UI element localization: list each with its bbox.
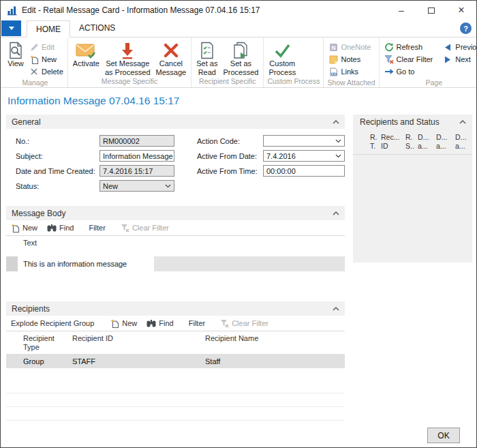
new-button[interactable]: New [27,53,65,65]
refresh-label: Refresh [397,43,423,51]
mb-clear-filter-label: Clear Filter [132,224,169,232]
group-label-manage: Manage [5,78,65,89]
fb-col-date-1[interactable]: D...a... [418,133,436,151]
rec-new-label: New [122,319,137,327]
column-header-recipient-id[interactable]: Recipient ID [72,334,205,352]
fb-col-date-3[interactable]: D...a... [455,133,472,151]
clear-filter-label: Clear Filter [397,55,433,63]
chevron-down-icon[interactable] [335,139,341,143]
recipient-type-cell[interactable]: Group [23,357,72,365]
fb-col-recipient-id[interactable]: Rec...ID [381,133,405,151]
edit-button[interactable]: Edit [27,41,65,53]
previous-button[interactable]: Previous [440,41,477,53]
goto-button[interactable]: Go to [382,65,435,78]
subject-field[interactable]: Information Message [99,150,174,162]
help-icon: ? [463,25,468,33]
active-from-date-value: 7.4.2016 [266,152,296,160]
cancel-label-line2: Message [156,68,187,76]
collapse-chevron-icon[interactable] [459,120,466,124]
page-title: Information Message 07.04.16 15:17 [7,95,179,107]
refresh-button[interactable]: Refresh [382,41,435,53]
custom-process-button[interactable]: CustomProcess [266,39,298,76]
collapse-chevron-icon[interactable] [333,307,339,311]
previous-triangle-icon [442,42,453,52]
recipients-empty-rows [6,380,345,421]
status-combobox[interactable]: New [99,180,174,192]
general-header[interactable]: General [6,115,345,129]
view-label: View [7,59,24,68]
links-button[interactable]: Links [326,65,373,78]
created-field[interactable]: 7.4.2016 15:17 [99,165,174,177]
column-header-text[interactable]: Text [6,239,345,248]
set-as-read-button[interactable]: Set asRead [194,39,220,76]
new-document-icon [29,55,40,64]
column-header-recipient-name[interactable]: Recipient Name [205,334,345,352]
edit-label: Edit [42,43,55,51]
factbox-header[interactable]: Recipients and Status [353,115,472,130]
rec-filter-button[interactable]: Filter [189,319,205,327]
refresh-icon [384,42,395,52]
subject-label: Subject: [16,152,99,160]
recipient-name-cell[interactable]: Staff [205,357,345,365]
explode-label: Explode Recipient Group [11,319,94,327]
mb-clear-filter-button[interactable]: Clear Filter [121,224,169,233]
mb-filter-label: Filter [89,224,105,232]
recipients-header[interactable]: Recipients [6,301,345,316]
column-header-recipient-type[interactable]: RecipientType [23,334,72,352]
delete-button[interactable]: Delete [27,65,65,78]
maximize-button[interactable] [416,1,446,20]
rec-find-button[interactable]: Find [147,319,173,328]
minimize-button[interactable]: – [386,1,416,20]
message-body-row[interactable]: This is an information message [6,256,345,271]
active-from-date-combobox[interactable]: 7.4.2016 [263,150,345,162]
no-field[interactable]: RM000002 [99,135,174,147]
set-message-as-processed-button[interactable]: Set Messageas Processed [102,39,153,76]
activate-button[interactable]: Activate [70,39,102,68]
recipients-header-label: Recipients [12,304,50,314]
tab-home[interactable]: HOME [27,20,70,38]
previous-label: Previous [455,43,477,51]
message-body-header[interactable]: Message Body [6,206,345,220]
chevron-down-icon[interactable] [335,154,341,158]
cancel-label-line1: Cancel [159,59,183,68]
binoculars-icon [147,319,156,328]
next-button[interactable]: Next [440,53,477,65]
application-menu-button[interactable] [1,20,21,36]
mb-find-button[interactable]: Find [47,224,74,233]
chevron-down-icon[interactable] [165,184,171,188]
rec-new-button[interactable]: New [110,319,137,328]
fb-col-read-status[interactable]: R.S.. [405,133,418,151]
notes-button[interactable]: Notes [326,53,373,65]
tab-actions[interactable]: ACTIONS [70,20,124,37]
collapse-chevron-icon[interactable] [333,120,339,124]
message-text-cell[interactable]: This is an information message [18,256,154,271]
explode-recipient-group-button[interactable]: Explode Recipient Group [11,319,94,327]
mb-filter-button[interactable]: Filter [89,224,105,232]
collapse-chevron-icon[interactable] [333,211,339,215]
row-selector-gutter[interactable] [6,256,18,271]
factbox-header-label: Recipients and Status [360,117,440,127]
set-as-read-label-line1: Set as [196,59,217,68]
help-button[interactable]: ? [460,23,472,34]
ribbon-group-message-specific: Activate Set Messageas Processed CancelM… [68,38,191,87]
group-label-custom-process: Custom Process [266,76,321,87]
mb-new-button[interactable]: New [11,224,37,233]
ok-button[interactable]: OK [427,428,460,443]
sticky-note-icon [328,55,339,64]
rec-clear-filter-button[interactable]: Clear Filter [220,319,268,328]
onenote-button[interactable]: N OneNote [326,41,373,53]
fb-col-recipient-type[interactable]: R.T. [370,133,381,151]
set-as-processed-button[interactable]: Set asProcessed [220,39,261,76]
recipient-id-cell[interactable]: STAFF [72,357,205,365]
ribbon-group-custom-process: CustomProcess Custom Process [264,38,324,87]
ribbon-group-manage: View Edit New Delete [3,38,68,87]
clear-filter-button[interactable]: Clear Filter [382,53,435,65]
close-button[interactable]: × [446,1,476,20]
link-icon [328,67,339,76]
view-button[interactable]: View [5,39,27,68]
action-code-combobox[interactable] [263,135,345,147]
cancel-message-button[interactable]: CancelMessage [153,39,189,76]
recipient-row[interactable]: Group STAFF Staff [6,354,345,368]
active-from-time-field[interactable]: 00:00:00 [263,165,345,177]
fb-col-date-2[interactable]: D...a... [436,133,455,151]
